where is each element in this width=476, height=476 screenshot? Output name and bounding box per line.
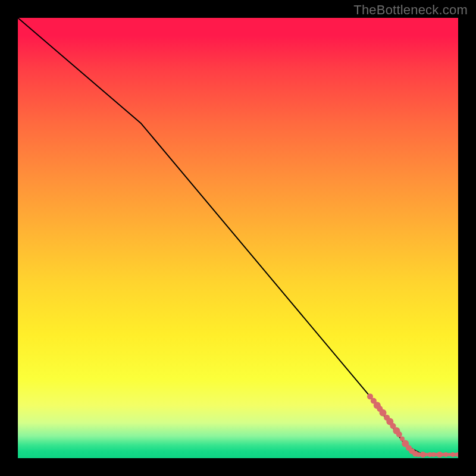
curve-line bbox=[18, 18, 458, 455]
data-marker bbox=[396, 431, 402, 437]
watermark-text: TheBottleneck.com bbox=[353, 2, 468, 18]
data-markers bbox=[367, 393, 458, 458]
chart-container: TheBottleneck.com bbox=[0, 0, 476, 476]
chart-svg bbox=[18, 18, 458, 458]
data-marker bbox=[443, 452, 448, 457]
plot-area bbox=[18, 18, 458, 458]
